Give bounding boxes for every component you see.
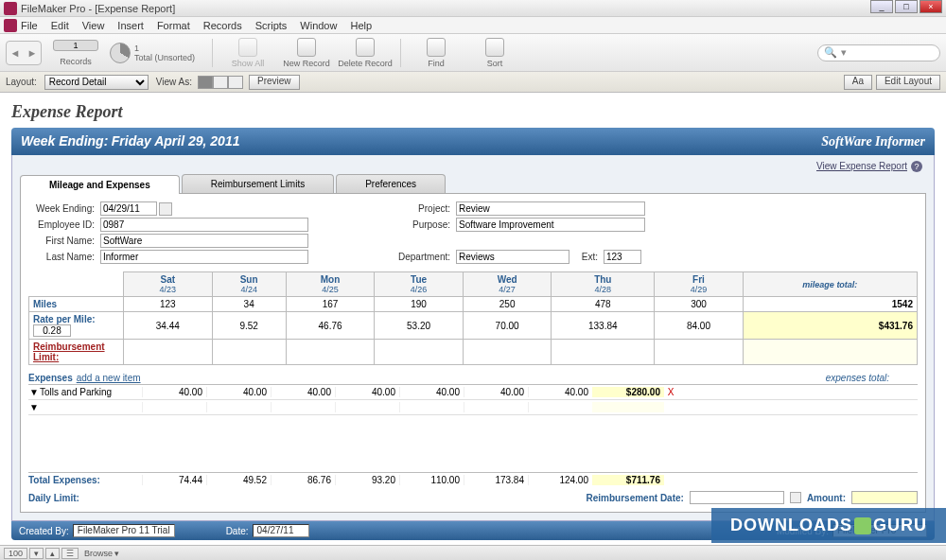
find-icon (427, 38, 446, 57)
layout-select[interactable]: Record Detail (44, 75, 149, 90)
add-expense-link[interactable]: add a new item (77, 373, 141, 383)
miles-cell[interactable]: 250 (463, 297, 552, 312)
miles-cell[interactable]: 167 (286, 297, 375, 312)
reimbursement-limit-link[interactable]: Reimbursement Limit: (29, 340, 124, 365)
miles-cell[interactable]: 34 (212, 297, 286, 312)
week-ending-input[interactable] (100, 201, 157, 216)
expand-icon[interactable]: ▼ (28, 402, 40, 412)
new-record-icon (297, 38, 316, 57)
miles-cell[interactable]: 300 (655, 297, 744, 312)
page-title: Expense Report (11, 102, 935, 122)
close-button[interactable]: × (920, 0, 942, 13)
download-icon (854, 517, 871, 534)
app-icon (4, 2, 17, 15)
menu-format[interactable]: Format (157, 20, 190, 31)
brand-label: SoftWare Informer (821, 134, 925, 149)
first-name-input[interactable] (100, 234, 308, 248)
new-record-button[interactable]: New Record (279, 38, 334, 68)
edit-layout-button[interactable]: Edit Layout (876, 75, 940, 90)
calendar-icon[interactable] (159, 202, 172, 216)
zoom-value[interactable]: 100 (4, 548, 27, 559)
view-form-button[interactable] (198, 76, 213, 89)
records-label: Records (60, 57, 92, 66)
expand-icon[interactable]: ▼ (28, 387, 40, 397)
last-name-input[interactable] (100, 250, 308, 264)
menu-file[interactable]: File (21, 20, 38, 31)
zoom-in-icon[interactable]: ▴ (45, 548, 60, 559)
miles-cell[interactable]: 190 (375, 297, 464, 312)
menu-help[interactable]: Help (350, 20, 372, 31)
rate-input[interactable] (33, 324, 71, 337)
search-icon: 🔍 (824, 46, 837, 59)
record-number-input[interactable] (53, 40, 98, 51)
sort-button[interactable]: Sort (467, 38, 522, 68)
help-icon[interactable]: ? (911, 161, 922, 172)
menu-records[interactable]: Records (203, 20, 242, 31)
quick-search[interactable]: 🔍▾ (817, 44, 940, 61)
layout-bar: Layout: Record Detail View As: Preview A… (0, 72, 946, 93)
maximize-button[interactable]: □ (895, 0, 918, 13)
amount-input[interactable] (851, 491, 918, 504)
zoom-out-icon[interactable]: ▾ (29, 548, 44, 559)
tab-preferences[interactable]: Preferences (336, 174, 446, 193)
tab-reimbursement[interactable]: Reimbursement Limits (182, 174, 334, 193)
found-set-pie-icon[interactable] (110, 43, 131, 63)
expense-row: ▼ Tolls and Parking 40.00 40.00 40.00 40… (28, 385, 918, 400)
preview-button[interactable]: Preview (249, 75, 300, 90)
expense-row-empty: ▼ ......... (28, 400, 918, 415)
menu-bar: File Edit View Insert Format Records Scr… (0, 17, 946, 34)
watermark: DOWNLOADSGURU (711, 508, 946, 543)
delete-record-button[interactable]: Delete Record (338, 38, 393, 68)
status-bar: 100 ▾ ▴ ☰ Browse▾ (0, 545, 946, 560)
ext-input[interactable] (604, 250, 641, 264)
show-all-button[interactable]: Show All (220, 38, 275, 68)
miles-cell[interactable]: 478 (552, 297, 655, 312)
find-button[interactable]: Find (409, 38, 464, 68)
show-all-icon (238, 38, 257, 57)
menu-view[interactable]: View (82, 20, 105, 31)
minimize-button[interactable]: _ (870, 0, 893, 13)
menu-window[interactable]: Window (300, 20, 337, 31)
view-list-button[interactable] (213, 76, 228, 89)
menu-scripts[interactable]: Scripts (255, 20, 288, 31)
formatting-button[interactable]: Aa (844, 75, 872, 90)
layout-body: Expense Report Week Ending: Friday April… (0, 93, 946, 545)
reimb-date-input[interactable] (690, 491, 784, 504)
delete-record-icon (356, 38, 375, 57)
view-table-button[interactable] (228, 76, 243, 89)
delete-row-icon[interactable]: X (664, 387, 677, 397)
mode-select[interactable]: Browse (84, 549, 113, 558)
employee-id-input[interactable] (100, 218, 308, 232)
prev-record-button[interactable]: ◄ (7, 42, 24, 64)
main-toolbar: ◄ ► Records 1Total (Unsorted) Show All N… (0, 34, 946, 72)
menu-edit[interactable]: Edit (51, 20, 69, 31)
menu-insert[interactable]: Insert (117, 20, 144, 31)
header-banner: Week Ending: Friday April 29, 2011 SoftW… (11, 128, 935, 155)
doc-icon (4, 19, 17, 32)
department-input[interactable] (456, 250, 569, 264)
window-titlebar: FileMaker Pro - [Expense Report] _ □ × (0, 0, 946, 17)
sort-icon (485, 38, 504, 57)
tab-mileage[interactable]: Mileage and Expenses (20, 175, 180, 194)
miles-cell[interactable]: 123 (124, 297, 213, 312)
calendar-icon[interactable] (790, 492, 801, 503)
purpose-input[interactable] (456, 218, 645, 232)
project-input[interactable] (456, 201, 645, 216)
next-record-button[interactable]: ► (24, 42, 41, 64)
view-report-link[interactable]: View Expense Report (816, 161, 907, 171)
mileage-table: Sat4/23 Sun4/24 Mon4/25 Tue4/26 Wed4/27 … (28, 271, 918, 365)
toolbar-toggle-icon[interactable]: ☰ (61, 548, 79, 559)
window-title: FileMaker Pro - [Expense Report] (21, 3, 175, 14)
